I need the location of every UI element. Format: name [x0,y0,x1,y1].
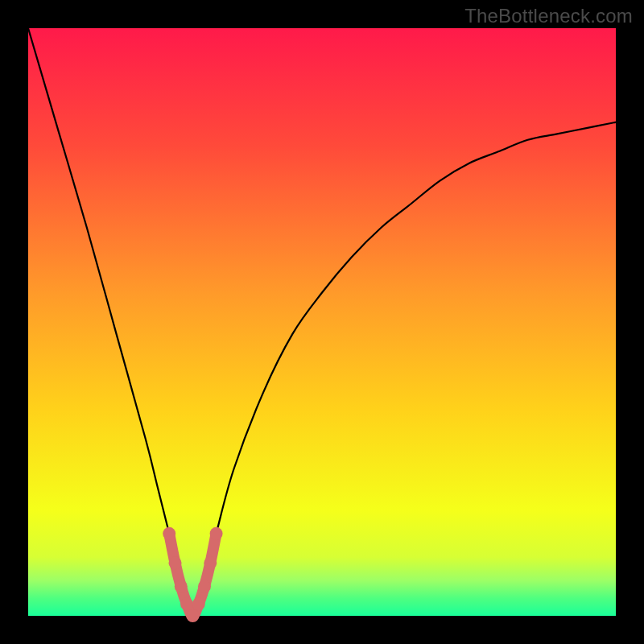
valley-marker [163,527,175,540]
valley-marker [169,556,182,569]
plot-background [28,28,616,616]
valley-marker [180,597,193,610]
watermark-label: TheBottleneck.com [464,5,633,27]
valley-marker [204,556,217,569]
chart-frame: TheBottleneck.com [0,0,644,644]
valley-marker [192,597,205,610]
valley-marker [175,580,188,593]
valley-marker [186,609,199,622]
valley-marker [198,580,211,593]
valley-marker [210,527,223,540]
bottleneck-chart [0,0,644,644]
